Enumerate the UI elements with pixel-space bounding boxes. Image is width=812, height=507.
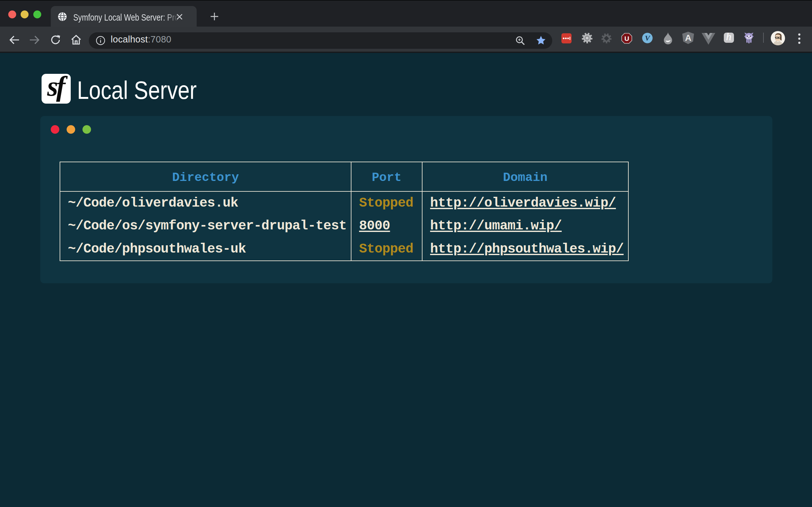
svg-text:V: V	[645, 34, 651, 42]
svg-text:A: A	[685, 33, 691, 43]
svg-text:U: U	[624, 35, 629, 42]
